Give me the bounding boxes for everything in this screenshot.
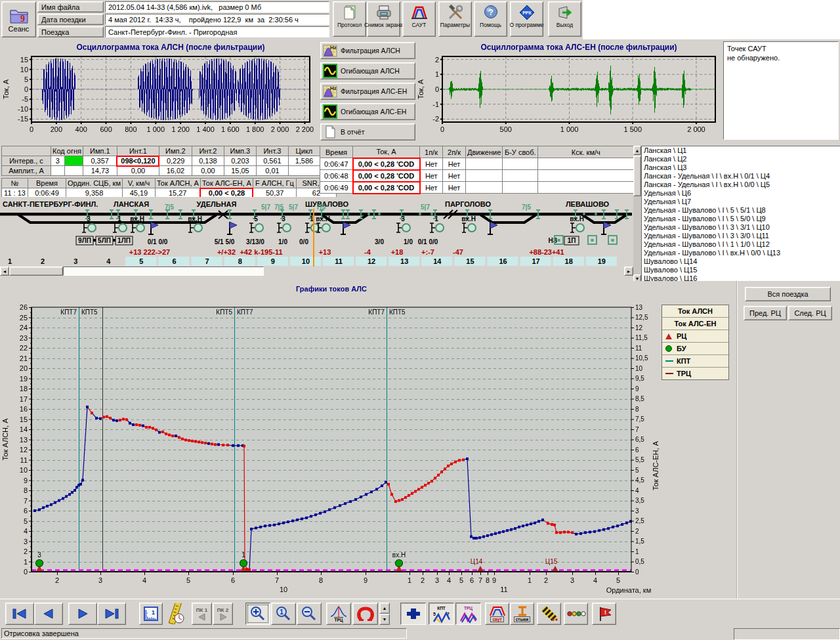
scroll-up-icon[interactable]: ▲ <box>633 146 641 155</box>
pk2-button[interactable]: ПК 2 <box>213 603 233 625</box>
circuit-list-item[interactable]: Ланская - Удельная \ I \ вх.Н \ 0/1 \ Ц4 <box>644 172 840 181</box>
next-button[interactable] <box>68 603 97 625</box>
col-header: Инт.1 <box>117 146 159 156</box>
pk1-label: ПК 1 <box>196 607 207 613</box>
circuit-list-item[interactable]: Удельная \ Ц7 <box>644 198 840 206</box>
parameters-button[interactable]: Параметры <box>438 1 472 37</box>
station-name: ЛЕВАШОВО <box>566 200 610 208</box>
trc-filter-button[interactable]: ТРЦ <box>455 603 481 625</box>
block-icon <box>405 607 422 621</box>
scroll-thumb[interactable] <box>633 156 641 196</box>
help-button[interactable]: ? Помощь <box>474 1 507 37</box>
signal-head-icon <box>468 224 476 232</box>
protocol-button[interactable]: Протокол <box>333 1 366 37</box>
kpt-filter-button[interactable]: КПТ 57 <box>429 603 454 625</box>
svg-text:5: 5 <box>433 612 436 616</box>
saut-top-button[interactable]: САУТ <box>402 1 436 37</box>
route-fraction-label: 1/0 <box>278 238 287 245</box>
last-button[interactable] <box>97 603 126 625</box>
spin-up-button[interactable]: ▲ <box>379 603 390 614</box>
station-name: УДЕЛЬНАЯ <box>197 200 237 208</box>
zoom-in-button[interactable] <box>245 603 270 625</box>
scroll-thumb[interactable] <box>9 267 63 276</box>
circuit-list-item[interactable]: Удельная - Шувалово \ I \ 5 \ 5/0 \ Ц9 <box>644 215 840 223</box>
circuit-list-item[interactable]: Удельная - Шувалово \ I \ 5 \ 5/1 \ Ц8 <box>644 206 840 215</box>
saut-marks-button[interactable]: саут <box>485 603 509 625</box>
prev-rc-button[interactable]: Пред. РЦ <box>744 306 787 320</box>
station-name: ЛАНСКАЯ <box>114 200 149 208</box>
km-mark: 19 <box>598 257 606 265</box>
zoom-100-button[interactable]: 1 <box>271 603 296 625</box>
about-button[interactable]: РРК О программе <box>510 1 543 37</box>
saut-note-line1: Точек САУТ <box>727 44 835 53</box>
zoom-out-button[interactable] <box>297 603 322 625</box>
circuit-list-item[interactable]: Ланская \ Ц2 <box>644 155 840 163</box>
signal-label: вх.Н <box>461 215 476 223</box>
circuit-list-item[interactable]: Удельная \ Ц6 <box>644 189 840 198</box>
km-mark: 14 <box>433 257 442 265</box>
app-window: { "header": { "session_label": "Сеанс", … <box>0 0 840 640</box>
circuit-list-item[interactable]: Удельная - Шувалово \ I \ 1 \ 1/0 \ Ц12 <box>644 240 840 249</box>
alsen-envelope-button[interactable]: Огибающая АЛС-ЕН <box>320 103 415 120</box>
value-cell <box>503 170 538 182</box>
correction-value: +13 222->27 <box>129 248 170 256</box>
circuit-list-item[interactable]: Ланская \ Ц1 <box>644 146 840 155</box>
info-label-1: Дата поездки <box>37 14 104 25</box>
signal-head-icon <box>194 224 202 232</box>
alsen-oscillogram <box>416 41 722 140</box>
alsn-filter-button[interactable]: HzФильтрация АЛСН <box>320 42 415 59</box>
km-mark: 11 <box>335 257 343 265</box>
circuit-list[interactable]: Ланская \ Ц1Ланская \ Ц2Ланская \ Ц3Ланс… <box>641 146 840 284</box>
value-cell: 0,00 <box>117 166 159 176</box>
alsen-filter-button[interactable]: HzФильтрация АЛС-ЕН <box>320 83 415 100</box>
value-cell: 098<0,120 <box>117 156 159 166</box>
value-cell <box>538 170 634 182</box>
status-message: Отрисовка завершена <box>1 628 407 639</box>
km-mark: 1 <box>8 257 12 265</box>
flag-button[interactable]: ! <box>592 603 616 625</box>
to-report-button[interactable]: В отчёт <box>320 123 415 140</box>
col-header: Имп.3 <box>224 146 256 156</box>
circuit-list-item[interactable]: Удельная - Шувалово \ I \ 3 \ 3/0 \ Ц11 <box>644 232 840 240</box>
ruler-button[interactable]: 1 <box>139 603 163 625</box>
circuit-list-item[interactable]: Шувалово \ Ц15 <box>644 266 840 274</box>
circuit-list-item[interactable]: Шувалово \ Ц14 <box>644 257 840 266</box>
signal-head-icon <box>436 224 444 232</box>
screenshot-button[interactable]: Снимок экрана <box>367 1 400 37</box>
whole-trip-button[interactable]: Вся поездка <box>745 287 831 301</box>
pk1-button[interactable]: ПК 1 <box>192 603 212 625</box>
block-diagram-button[interactable] <box>400 603 426 625</box>
spin-down-button[interactable]: ▼ <box>379 614 390 625</box>
paint-button[interactable] <box>537 603 561 625</box>
col-header: Ток, А <box>353 146 420 158</box>
exit-icon <box>556 4 574 21</box>
alsn-envelope-button[interactable]: Огибающая АЛСН <box>320 62 415 79</box>
circuit-list-item[interactable]: Ланская - Удельная \ I \ вх.Н \ 0/0 \ Ц5 <box>644 181 840 189</box>
red-flag-icon: ! <box>596 605 613 622</box>
joints-button[interactable]: стыки <box>510 603 534 625</box>
col-header: Время <box>320 146 353 158</box>
correction-value: +42 k-195-11 <box>240 248 282 256</box>
scroll-left-icon[interactable]: ◄ <box>0 267 9 276</box>
km-mark: 4 <box>106 257 111 265</box>
schematic-scrollbar[interactable]: ◄ ► <box>0 267 633 276</box>
value-cell: 0,138 <box>192 156 224 166</box>
station-name: САНКТ-ПЕТЕРБУРГ-ФИНЛ. <box>3 200 98 208</box>
line-marker-icon <box>665 373 673 374</box>
list-scrollbar[interactable]: ▲ ▼ <box>633 146 641 282</box>
exit-button[interactable]: Выход <box>548 1 581 37</box>
circuit-list-item[interactable]: Удельная - Шувалово \ I \ вх.Н \ 0/0 \ Ц… <box>644 249 840 257</box>
ruler-icon: 1 <box>143 606 159 622</box>
next-rc-button[interactable]: След. РЦ <box>788 306 832 320</box>
session-button[interactable]: 9 Сеанс <box>1 1 36 37</box>
first-button[interactable] <box>5 603 34 625</box>
scroll-track[interactable] <box>63 267 264 276</box>
circuit-list-item[interactable]: Удельная - Шувалово \ I \ 3 \ 3/1 \ Ц10 <box>644 223 840 232</box>
lights-button[interactable] <box>564 603 588 625</box>
trc-peak-button[interactable]: ТРЦ <box>326 603 351 625</box>
magnet-button[interactable]: sz <box>352 603 378 625</box>
scroll-right-icon[interactable]: ► <box>624 267 633 276</box>
measure-tool[interactable] <box>164 603 186 625</box>
circuit-list-item[interactable]: Ланская \ Ц3 <box>644 163 840 172</box>
prev-button[interactable] <box>34 603 63 625</box>
